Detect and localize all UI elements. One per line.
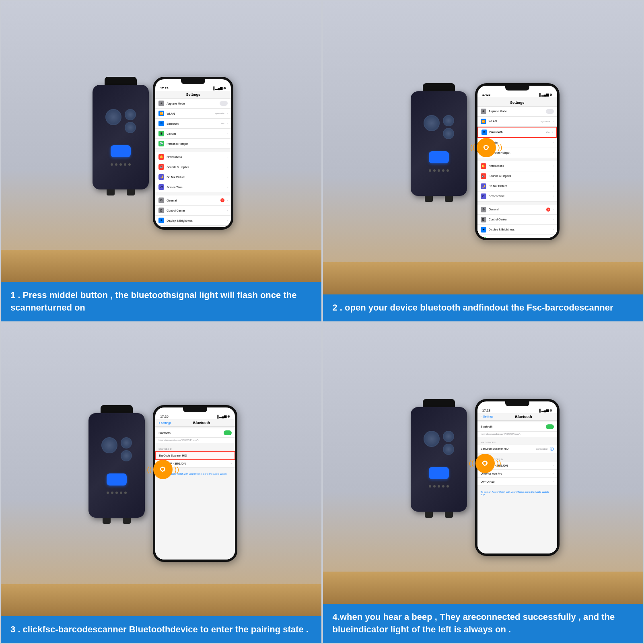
caption-3: 3 . clickfsc-barcodescanner Bluetoothdev…: [1, 616, 321, 643]
row-notif: 🔔 Notifications ›: [155, 152, 231, 162]
cell-3: (( ⭘ )) 17:25 ▐ ▂▄▆ ⊛ < Settings Bluetoo…: [0, 322, 322, 644]
row-wlan: 📶 WLAN symcode ›: [155, 109, 231, 119]
chevron-display: ›: [227, 219, 228, 222]
screen-2: Settings ✈ Airplane Mode 📶 WLAN symcode …: [477, 97, 557, 238]
scene-1: 17:23 ▐ ▂▄▆ ⊛ Settings ✈ Airplane Mode 📶: [1, 1, 321, 282]
scanner-dots-2: [429, 169, 449, 172]
iphone-1: 17:23 ▐ ▂▄▆ ⊛ Settings ✈ Airplane Mode 📶: [153, 77, 233, 230]
chevron-general: ›: [227, 199, 228, 202]
status-icons-4: ▐ ▂▄▆ ⊛: [538, 409, 552, 412]
status-icons-2: ▐ ▂▄▆ ⊛: [538, 93, 552, 97]
row2-bluetooth-highlighted[interactable]: 𝔹 Bluetooth On ›: [477, 127, 557, 138]
scanner-middle-button-2[interactable]: [429, 151, 449, 163]
main-grid: 17:23 ▐ ▂▄▆ ⊛ Settings ✈ Airplane Mode 📶: [0, 0, 644, 644]
bt-header-3: < Settings Bluetooth: [155, 419, 235, 427]
row-general: ⚙ General 1 ›: [155, 195, 231, 206]
device-group-2: (( ⭘ )) 17:23 ▐ ▂▄▆ ⊛ Settings ✈: [407, 79, 560, 216]
table-3: [1, 584, 321, 616]
cam-main-2: [424, 115, 440, 131]
bt-title-3: Bluetooth: [171, 421, 232, 425]
discoverable-3: Now discoverable as "志晓的iPhone".: [155, 438, 235, 443]
gap-2: [155, 192, 231, 195]
screen-4: < Settings Bluetooth Bluetooth Now disco…: [477, 413, 557, 553]
my-devices-header-4: MY DEVICES: [477, 440, 557, 445]
bt-toggle-3[interactable]: [224, 430, 232, 435]
time-3: 17:25: [160, 415, 168, 418]
settings-title-1: Settings: [155, 91, 231, 99]
scanner-cameras-1: [105, 109, 136, 133]
toggle-airplane[interactable]: [220, 101, 228, 106]
notch-2: [505, 86, 529, 91]
chevron-sounds: ›: [227, 165, 228, 169]
device-group-1: 17:23 ▐ ▂▄▆ ⊛ Settings ✈ Airplane Mode 📶: [88, 73, 233, 210]
apple-watch-link-4[interactable]: To pair an Apple Watch with your iPhone,…: [477, 489, 557, 497]
table-4: [323, 572, 644, 604]
scanner-middle-button-3[interactable]: [107, 473, 127, 486]
notch-3: [183, 407, 207, 412]
iphone-3: 17:25 ▐ ▂▄▆ ⊛ < Settings Bluetooth Bluet…: [153, 405, 237, 562]
wave-right-3: )): [174, 465, 179, 474]
scanner-body-1: [93, 85, 149, 189]
row-home: 🏠 Home Screen ›: [155, 226, 231, 227]
bt-toggle-row-3: Bluetooth: [155, 428, 235, 438]
status-icons-3: ▐ ▂▄▆ ⊛: [216, 415, 230, 418]
scene-3: (( ⭘ )) 17:25 ▐ ▂▄▆ ⊛ < Settings Bluetoo…: [1, 323, 321, 617]
bt-back-3[interactable]: < Settings: [158, 422, 171, 424]
bt-signal-4: (( ⭘ )): [469, 454, 501, 473]
status-bar-4: 17:26 ▐ ▂▄▆ ⊛: [477, 408, 557, 413]
icon-screentime: ⏱: [158, 184, 164, 190]
scanner-dots-1: [111, 163, 131, 166]
bt-back-4[interactable]: < Settings: [481, 415, 493, 418]
scanner-cameras-3: [101, 437, 132, 461]
scanner-dots-3: [107, 492, 127, 494]
wave-left-3: ((: [147, 465, 152, 474]
time-2: 17:23: [482, 93, 490, 97]
scanner-middle-button-1[interactable]: [111, 145, 131, 157]
row2-general: ⚙ General 1 ›: [477, 205, 557, 215]
scanner-body-4: [411, 407, 467, 512]
icon-general: ⚙: [158, 198, 164, 203]
bt-icon-2: ⭘: [477, 138, 496, 157]
bt-icon-4: ⭘: [475, 454, 495, 473]
cell-1: 17:23 ▐ ▂▄▆ ⊛ Settings ✈ Airplane Mode 📶: [0, 0, 322, 322]
icon-control: 🎛: [158, 208, 164, 213]
scanner-cameras-4: [424, 431, 454, 455]
bt-device-barcode-3[interactable]: BarCode Scanner HID ›: [155, 451, 235, 460]
chevron-bt: ›: [227, 122, 228, 126]
chevron-screentime: ›: [227, 185, 228, 189]
row-bluetooth-1[interactable]: 𝔹 Bluetooth On ›: [155, 119, 231, 129]
icon-wlan: 📶: [158, 111, 164, 116]
chevron-control: ›: [227, 209, 228, 212]
row2-notif: 🔔 Notifications ›: [477, 161, 557, 171]
scene-4: (( ⭘ )) 17:26 ▐ ▂▄▆ ⊛ < Settings Bluetoo…: [323, 323, 644, 604]
cell-2: (( ⭘ )) 17:23 ▐ ▂▄▆ ⊛ Settings ✈: [322, 0, 644, 322]
scanner-feet-3: [103, 518, 131, 524]
row-dnd: 🌙 Do Not Disturb ›: [155, 172, 231, 182]
screen-3: < Settings Bluetooth Bluetooth Now disco…: [155, 419, 235, 560]
bt-device-barcode-connected[interactable]: BarCode Scanner HID Connected i: [477, 445, 557, 453]
scanner-dots-4: [429, 485, 449, 488]
cam-2b: [443, 128, 454, 139]
scanner-middle-button-4[interactable]: [429, 467, 449, 479]
caption-4: 4.when you hear a beep , They areconnect…: [323, 604, 644, 643]
time-4: 17:26: [482, 409, 490, 412]
wave-right-2: )): [498, 143, 502, 152]
icon2-bluetooth: 𝔹: [481, 130, 487, 135]
toggle2-airplane[interactable]: [546, 109, 554, 114]
bt-toggle-4[interactable]: [546, 424, 554, 429]
devices-header-3: DEVICES ⊕: [155, 446, 235, 451]
device-group-4: (( ⭘ )) 17:26 ▐ ▂▄▆ ⊛ < Settings Bluetoo…: [407, 395, 560, 532]
chevron2-bt: ›: [552, 130, 553, 134]
chevron-hotspot: ›: [227, 142, 228, 146]
scanner-body-2: [411, 91, 467, 196]
cam-4a: [443, 431, 454, 442]
iphone-2: 17:23 ▐ ▂▄▆ ⊛ Settings ✈ Airplane Mode 📶: [475, 83, 560, 240]
time-1: 17:23: [160, 86, 168, 90]
bt-signal-3: (( ⭘ )): [147, 460, 179, 479]
chevron-notif: ›: [227, 155, 228, 159]
wave-right-4: )): [496, 459, 501, 467]
scanner-2: [411, 91, 467, 196]
icon-notif: 🔔: [158, 154, 164, 160]
info-icon-4[interactable]: i: [550, 447, 554, 451]
bt-device-oppo[interactable]: OPPO R15 ›: [477, 478, 557, 486]
